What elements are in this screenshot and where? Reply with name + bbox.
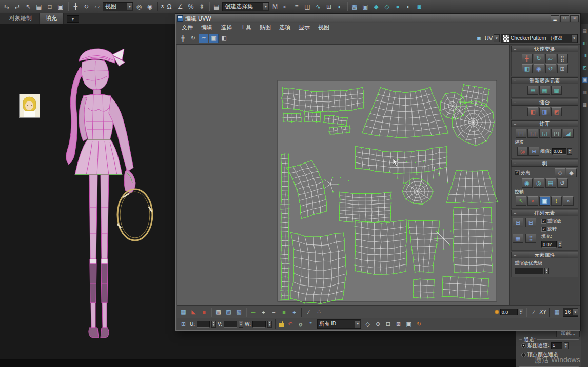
rendered-frame-icon[interactable]: ▣ (360, 2, 370, 12)
reshape-relax-icon[interactable]: ▦ (539, 86, 550, 95)
qt-spin-icon[interactable]: ↺ (545, 64, 556, 73)
curve-editor-icon[interactable]: ∿ (313, 2, 323, 12)
stop-tool-icon[interactable]: ■ (199, 308, 209, 317)
reset-peel-icon[interactable]: ↺ (557, 178, 568, 188)
zoom-region-icon[interactable]: ⊡ (383, 319, 393, 329)
mirror-tool-icon[interactable]: ◧ (219, 34, 229, 43)
falloff-plus-icon[interactable]: + (259, 308, 268, 317)
cp-strip-create-icon[interactable]: ▤ (582, 28, 588, 34)
window-crossing-icon[interactable]: ▣ (55, 2, 66, 12)
rollout-header[interactable]: 排列元素 (511, 210, 578, 216)
menu-item-2[interactable]: 选择 (217, 24, 236, 31)
combo-arrow-icon[interactable]: ▼ (572, 308, 578, 316)
graphite-modeling-icon[interactable]: ◫ (302, 2, 312, 12)
weld-selected-icon[interactable]: ⊞ (528, 147, 539, 156)
uv-space-label[interactable]: UV (485, 35, 493, 42)
padding-spinner[interactable] (558, 241, 562, 248)
qt-align-h-icon[interactable]: ◧ (522, 64, 533, 73)
combo-arrow-icon[interactable]: ▼ (355, 320, 361, 328)
gizmo-toggle-icon[interactable]: ▣ (404, 319, 414, 329)
map-channel-radio[interactable] (521, 343, 526, 348)
angle-snap-icon[interactable]: ∠ (175, 2, 185, 12)
explode-material-icon[interactable]: ◲ (539, 129, 550, 138)
use-pivot-center-icon[interactable]: ◎ (134, 2, 144, 12)
rollout-header[interactable]: 炸开 (511, 120, 578, 127)
layer-manager-icon[interactable]: ≡ (291, 2, 302, 12)
peel-unpin-icon[interactable]: ◆ (566, 168, 577, 177)
falloff-linear-icon[interactable]: ─ (248, 308, 258, 317)
align-icon[interactable]: ⇤ (281, 2, 291, 12)
v-field[interactable] (224, 321, 237, 328)
ribbon-minimize-combo[interactable]: ▾ (67, 15, 79, 23)
xy-axis-label[interactable]: XY (540, 309, 546, 315)
qt-grid-icon[interactable]: ⊞ (557, 64, 568, 73)
menu-item-5[interactable]: 选项 (275, 24, 295, 31)
zoom-tool-icon[interactable]: ⊕ (373, 319, 383, 329)
brush-value-field[interactable]: 0.0 (500, 309, 518, 315)
environment-icon[interactable]: ◐ (403, 2, 414, 12)
material-editor-icon[interactable]: ◐ (335, 2, 345, 12)
freeform-mode-icon[interactable]: ▣ (209, 34, 219, 43)
subobject-vertex-icon[interactable]: ▩ (213, 308, 223, 317)
reference-coordinate-combo[interactable]: 视图 ▼ (103, 2, 133, 11)
stitch-source-icon[interactable]: ◨ (539, 107, 550, 116)
tab-object-paint[interactable]: 对象绘制 (3, 13, 38, 24)
freeze-snowflake-icon[interactable]: * (306, 319, 316, 329)
absolute-offset-toggle-icon[interactable]: ⊞ (179, 319, 188, 329)
explode-break-icon[interactable]: ◪ (563, 129, 574, 138)
uv-show-grid-icon[interactable]: ▦ (179, 308, 188, 317)
reshape-straighten-icon[interactable]: ▤ (527, 86, 538, 95)
scale-tool-icon[interactable]: ▱ (199, 34, 208, 43)
arrange-pack-icon[interactable]: ⊞ (513, 218, 523, 227)
minimize-button[interactable]: ▁ (551, 15, 559, 22)
w-spinner[interactable] (267, 321, 272, 328)
render-last-icon[interactable]: ◙ (414, 2, 424, 12)
rectangular-selection-region-icon[interactable]: □ (45, 2, 55, 12)
paint-dots-icon[interactable]: ∴ (314, 308, 324, 317)
rollout-header[interactable]: 快速变换 (511, 46, 578, 52)
rescale-priority-field[interactable] (515, 268, 543, 274)
cp-strip-hierarchy-icon[interactable]: ◨ (582, 52, 588, 58)
arrange-linear-icon[interactable]: ⊟ (525, 218, 536, 227)
dialog-title-bar[interactable]: 编辑 UVW ▁□× (176, 14, 580, 23)
texture-pattern-combo[interactable]: CheckerPattern （棋盘 ▼ (501, 34, 578, 43)
combo-arrow-icon[interactable]: ▼ (571, 34, 577, 42)
brush-value-spinner[interactable] (519, 309, 523, 315)
named-selection-sets-combo[interactable]: 创建选择集 ▼ (222, 2, 269, 11)
combo-arrow-icon[interactable]: ▼ (263, 3, 269, 10)
render-production-icon[interactable]: ◆ (371, 2, 381, 12)
padding-field[interactable]: 0.02 (541, 241, 557, 248)
qt-align-dots-icon[interactable]: ⣿ (557, 54, 568, 63)
peel-pin-icon[interactable]: ◇ (555, 168, 565, 177)
pivot-clear-icon[interactable]: × (563, 196, 574, 206)
pivot-square-icon[interactable]: ▣ (539, 196, 550, 206)
rollout-header[interactable]: 重新塑造元素 (511, 77, 578, 84)
select-and-link-icon[interactable]: ⇆ (2, 2, 12, 12)
lscm-interactive-icon[interactable]: ▤ (545, 178, 556, 188)
spinner-snap-icon[interactable]: ⇕ (197, 2, 207, 12)
vertex-color-radio[interactable] (521, 353, 526, 357)
explode-flatten-icon[interactable]: ◰ (516, 129, 526, 138)
grid-snap-icon[interactable]: ▦ (552, 308, 562, 317)
zoom-extents-icon[interactable]: ⊠ (394, 319, 403, 329)
arrange-random-icon[interactable]: ⣿ (525, 234, 536, 243)
menu-item-3[interactable]: 工具 (236, 24, 256, 31)
snap-mode-label[interactable]: 3 (161, 4, 164, 9)
cp-strip-display-icon[interactable]: ▣ (582, 77, 588, 83)
stitch-custom-icon[interactable]: ◧ (527, 107, 538, 116)
pan-tool-icon[interactable]: ◇ (363, 319, 373, 329)
threshold-field[interactable]: 0.01 (552, 148, 566, 155)
quick-peel-icon[interactable]: ◉ (522, 178, 533, 188)
rotate-checkbox[interactable] (541, 227, 546, 232)
falloff-smooth-icon[interactable]: ≡ (279, 308, 289, 317)
rollout-header[interactable]: 缝合 (511, 99, 578, 106)
arrange-grid-icon[interactable]: ▦ (513, 234, 523, 243)
menu-item-7[interactable]: 视图 (314, 24, 334, 31)
map-channel-spinner[interactable] (564, 342, 569, 349)
peel-mode-icon[interactable]: ◎ (534, 178, 544, 188)
snap-orange-icon[interactable]: ↻ (414, 319, 424, 329)
edit-named-selection-sets-icon[interactable]: ▤ (211, 2, 222, 12)
menu-item-1[interactable]: 编辑 (197, 24, 217, 31)
subobject-face-icon[interactable]: ▧ (234, 308, 244, 317)
close-button[interactable]: × (570, 15, 579, 22)
